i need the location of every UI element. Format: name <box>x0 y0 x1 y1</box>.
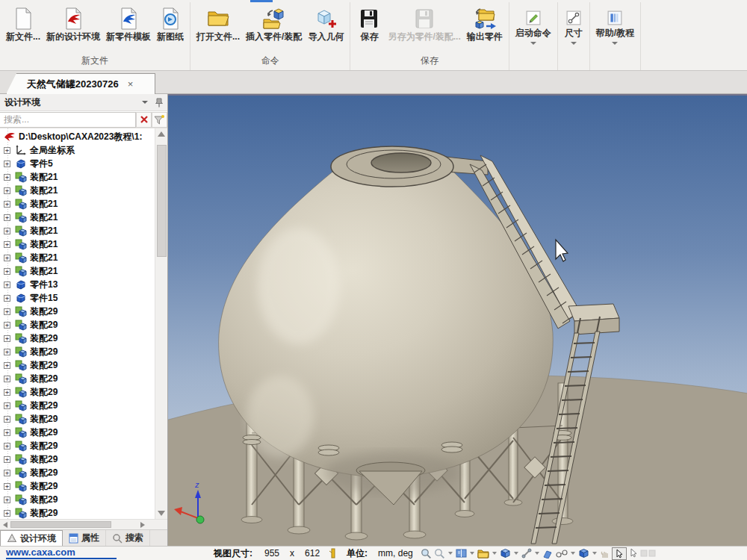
new-drawing-button[interactable]: 新图纸 <box>154 4 187 43</box>
tree-item[interactable]: + 装配29 <box>0 399 155 412</box>
expander-icon[interactable]: + <box>4 335 10 342</box>
chevron-down-icon[interactable] <box>535 552 539 557</box>
view-glasses-icon[interactable] <box>555 549 568 558</box>
expander-icon[interactable]: + <box>4 201 10 208</box>
scroll-up-icon[interactable] <box>158 131 165 137</box>
tree-item[interactable]: + 装配29 <box>0 305 155 318</box>
tree-item[interactable]: + 零件13 <box>0 278 155 291</box>
help-tutorial-button[interactable]: 帮助/教程 <box>593 4 637 49</box>
expander-icon[interactable]: + <box>4 349 10 355</box>
expander-icon[interactable]: + <box>4 174 10 181</box>
cursor-icon[interactable] <box>629 548 638 559</box>
tree-item[interactable]: + 零件15 <box>0 291 155 305</box>
clear-search-button[interactable] <box>136 112 152 128</box>
expander-icon[interactable]: + <box>4 402 10 409</box>
document-tab[interactable]: 天然气储罐20230726 × <box>6 73 155 94</box>
tree-item[interactable]: + 装配29 <box>0 493 155 506</box>
tree-horizontal-scrollbar[interactable] <box>0 519 167 529</box>
display-list-icon[interactable] <box>456 548 467 559</box>
expander-icon[interactable]: + <box>4 308 10 315</box>
tab-properties[interactable]: 属性 <box>63 530 106 546</box>
chevron-down-icon[interactable] <box>514 552 518 557</box>
expander-icon[interactable]: + <box>4 443 10 449</box>
scroll-left-icon[interactable] <box>3 522 7 528</box>
expander-icon[interactable]: + <box>4 322 10 329</box>
tree-item[interactable]: + 装配21 <box>0 251 155 264</box>
expander-icon[interactable]: + <box>4 376 10 382</box>
tree-item[interactable]: + 装配29 <box>0 466 155 479</box>
expander-icon[interactable]: + <box>4 241 10 248</box>
tree-item[interactable]: + 装配21 <box>0 264 155 278</box>
tree-item[interactable]: + 装配29 <box>0 358 155 372</box>
tree-item[interactable]: + 装配21 <box>0 211 155 224</box>
expander-icon[interactable]: + <box>4 483 10 490</box>
open-folder-icon[interactable] <box>477 549 489 559</box>
dimension-button[interactable]: 尺寸 <box>561 4 586 49</box>
tree-item[interactable]: + 装配21 <box>0 184 155 197</box>
import-geometry-button[interactable]: 导入几何 <box>305 4 347 43</box>
chevron-down-icon[interactable] <box>448 552 453 557</box>
solid-cube-icon[interactable] <box>578 548 589 559</box>
tab-design-environment[interactable]: 设计环境 <box>0 530 63 546</box>
save-as-button[interactable]: 另存为零件/装配... <box>385 4 463 43</box>
scroll-right-icon[interactable] <box>140 522 145 528</box>
tree-item[interactable]: + D:\Desktop\CAXA2023教程\1: <box>0 130 155 143</box>
expander-icon[interactable]: + <box>4 362 10 369</box>
save-button[interactable]: 保存 <box>353 4 385 43</box>
expander-icon[interactable]: + <box>4 429 10 436</box>
new-part-template-button[interactable]: 新零件模板 <box>103 4 154 43</box>
expander-icon[interactable]: + <box>4 214 10 221</box>
new-design-environment-button[interactable]: 新的设计环境 <box>43 4 103 43</box>
insert-part-assembly-button[interactable]: 插入零件/装配 <box>243 4 305 43</box>
expander-icon[interactable]: + <box>4 497 10 503</box>
tree-item[interactable]: + 全局坐标系 <box>0 143 155 157</box>
expander-icon[interactable]: + <box>4 389 10 396</box>
3d-viewport[interactable]: z <box>168 94 747 546</box>
expander-icon[interactable]: + <box>4 147 10 154</box>
expander-icon[interactable]: + <box>4 268 10 275</box>
scrollbar-thumb[interactable] <box>157 145 167 257</box>
chevron-down-icon[interactable] <box>142 101 148 107</box>
expander-icon[interactable]: + <box>4 416 10 423</box>
select-cursor-icon[interactable] <box>612 547 627 560</box>
prism-icon[interactable] <box>542 549 553 559</box>
expander-icon[interactable]: + <box>4 187 10 194</box>
caxa-website-link[interactable]: www.caxa.com <box>6 547 117 559</box>
tree-item[interactable]: + 装配29 <box>0 479 155 493</box>
tree-item[interactable]: + 装配29 <box>0 318 155 332</box>
filter-button[interactable] <box>152 112 167 128</box>
chevron-down-icon[interactable] <box>492 552 497 557</box>
tree-item[interactable]: + 装配29 <box>0 426 155 439</box>
expander-icon[interactable]: + <box>4 228 10 234</box>
expander-icon[interactable]: + <box>4 161 10 167</box>
pin-icon[interactable] <box>155 98 163 108</box>
open-file-button[interactable]: 打开文件... <box>193 4 243 43</box>
constraint-icon[interactable] <box>521 548 532 559</box>
scroll-down-icon[interactable] <box>158 511 165 516</box>
expander-icon[interactable]: + <box>4 456 10 463</box>
tree-item[interactable]: + 装配29 <box>0 372 155 385</box>
chevron-down-icon[interactable] <box>571 552 575 557</box>
expander-icon[interactable]: + <box>4 470 10 476</box>
tree-vertical-scrollbar[interactable] <box>155 128 167 519</box>
export-part-button[interactable]: 输出零件 <box>464 4 506 43</box>
tree-item[interactable]: + 零件5 <box>0 157 155 170</box>
tree-item[interactable]: + 装配29 <box>0 452 155 466</box>
tree-item[interactable]: + 装配29 <box>0 506 155 519</box>
tab-search[interactable]: 搜索 <box>106 530 150 546</box>
tree-item[interactable]: + 装配21 <box>0 197 155 211</box>
close-icon[interactable]: × <box>126 78 135 90</box>
expander-icon[interactable]: + <box>4 255 10 261</box>
tree-item[interactable]: + 装配21 <box>0 170 155 184</box>
chevron-down-icon[interactable] <box>592 552 597 557</box>
tree-item[interactable]: + 装配29 <box>0 412 155 426</box>
tree-item[interactable]: + 装配21 <box>0 224 155 237</box>
zoom-icon[interactable] <box>421 548 432 559</box>
tree-item[interactable]: + 装配21 <box>0 237 155 251</box>
search-input[interactable] <box>0 112 136 128</box>
tree-item[interactable]: + 装配29 <box>0 345 155 358</box>
material-box-icon[interactable] <box>500 548 511 559</box>
zoom-window-icon[interactable] <box>434 548 445 559</box>
new-file-button[interactable]: 新文件... <box>3 4 43 43</box>
chevron-down-icon[interactable] <box>470 552 474 557</box>
